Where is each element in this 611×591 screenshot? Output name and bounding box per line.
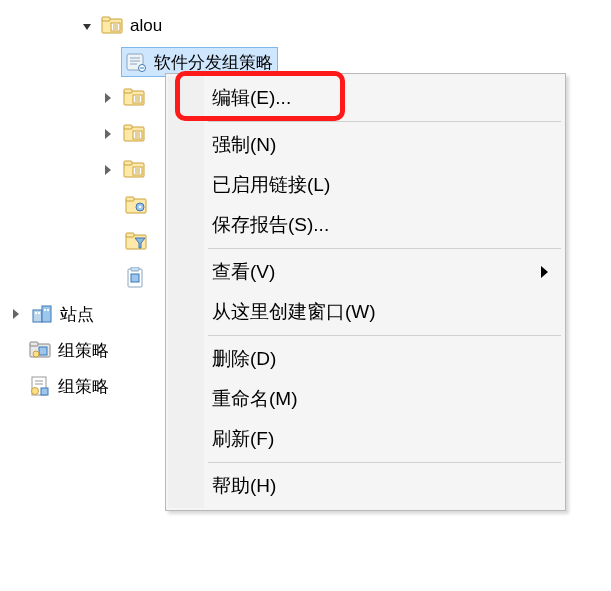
menu-item-view[interactable]: 查看(V) <box>168 252 563 292</box>
menu-separator <box>208 121 561 122</box>
menu-item-label: 从这里创建窗口(W) <box>212 299 376 325</box>
tree-label: alou <box>130 16 162 36</box>
menu-item-label: 已启用链接(L) <box>212 172 330 198</box>
menu-item-refresh[interactable]: 刷新(F) <box>168 419 563 459</box>
menu-item-enabled-link[interactable]: 已启用链接(L) <box>168 165 563 205</box>
menu-item-new-window[interactable]: 从这里创建窗口(W) <box>168 292 563 332</box>
menu-separator <box>208 248 561 249</box>
gpo-clipboard-icon <box>124 267 148 289</box>
gpo-doc-icon <box>28 375 52 397</box>
tree-label: 组策略 <box>58 339 109 362</box>
tree-item-alou[interactable]: alou <box>10 8 611 44</box>
expander-expanded-icon[interactable] <box>80 18 96 34</box>
menu-item-rename[interactable]: 重命名(M) <box>168 379 563 419</box>
menu-item-label: 强制(N) <box>212 132 276 158</box>
context-menu: 编辑(E)... 强制(N) 已启用链接(L) 保存报告(S)... 查看(V)… <box>165 73 566 511</box>
menu-item-label: 保存报告(S)... <box>212 212 329 238</box>
menu-item-force[interactable]: 强制(N) <box>168 125 563 165</box>
ou-folder-icon <box>122 87 146 109</box>
menu-item-label: 刷新(F) <box>212 426 274 452</box>
gear-folder-icon <box>124 195 148 217</box>
submenu-arrow-icon <box>541 261 549 283</box>
tree-label: 组策略 <box>58 375 109 398</box>
tree-label: 站点 <box>60 303 94 326</box>
expander-collapsed-icon[interactable] <box>102 126 118 142</box>
expander-collapsed-icon[interactable] <box>102 162 118 178</box>
gpo-link-icon <box>124 51 148 73</box>
menu-separator <box>208 335 561 336</box>
menu-item-edit[interactable]: 编辑(E)... <box>168 78 563 118</box>
menu-item-delete[interactable]: 删除(D) <box>168 339 563 379</box>
ou-folder-icon <box>100 15 124 37</box>
expander-collapsed-icon[interactable] <box>10 306 26 322</box>
menu-item-label: 删除(D) <box>212 346 276 372</box>
menu-item-label: 查看(V) <box>212 259 275 285</box>
menu-item-help[interactable]: 帮助(H) <box>168 466 563 506</box>
ou-folder-icon <box>122 123 146 145</box>
gpo-folder-icon <box>28 339 52 361</box>
site-icon <box>30 303 54 325</box>
tree-label: 软件分发组策略 <box>154 51 273 74</box>
menu-item-save-report[interactable]: 保存报告(S)... <box>168 205 563 245</box>
ou-folder-icon <box>122 159 146 181</box>
menu-separator <box>208 462 561 463</box>
menu-item-label: 帮助(H) <box>212 473 276 499</box>
menu-item-label: 重命名(M) <box>212 386 297 412</box>
expander-collapsed-icon[interactable] <box>102 90 118 106</box>
filter-folder-icon <box>124 231 148 253</box>
menu-item-label: 编辑(E)... <box>212 85 291 111</box>
